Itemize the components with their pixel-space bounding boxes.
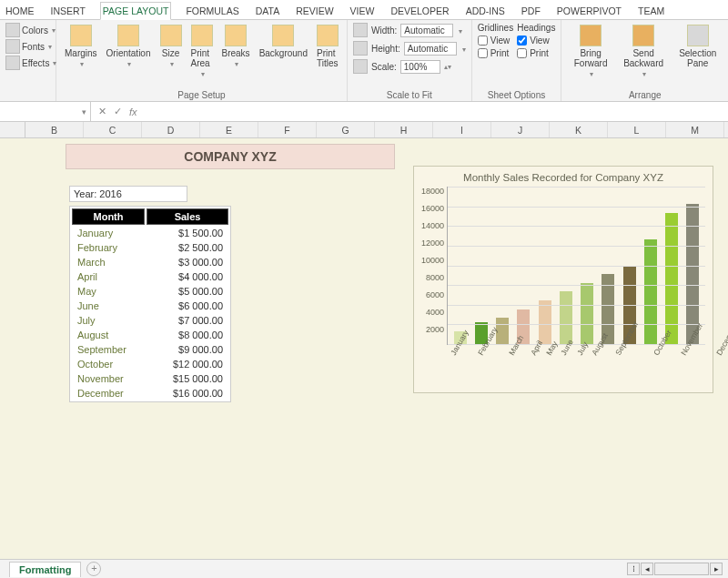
table-row[interactable]: December$16 000.00 <box>72 387 228 400</box>
table-row[interactable]: April$4 000.00 <box>72 270 228 283</box>
formula-bar: ▾ ✕ ✓ fx <box>0 102 728 122</box>
headings-view-check[interactable]: View <box>517 35 555 46</box>
year-cell[interactable]: Year: 2016 <box>69 186 187 202</box>
table-row[interactable]: July$7 000.00 <box>72 314 228 327</box>
tab-insert[interactable]: INSERT <box>49 3 87 19</box>
select-all-cell[interactable] <box>0 122 25 137</box>
fonts-button[interactable]: Fonts <box>5 39 56 54</box>
send-backward-icon <box>632 25 654 46</box>
group-scale: Width:Automatic Height:Automatic Scale:1… <box>348 20 472 101</box>
sales-chart[interactable]: Monthly Sales Recorded for Company XYZ 1… <box>413 166 713 393</box>
tab-pdf[interactable]: PDF <box>520 3 542 19</box>
height-dd[interactable] <box>460 44 466 54</box>
sales-table[interactable]: Month Sales January$1 500.00February$2 5… <box>69 206 231 402</box>
worksheet-area[interactable]: COMPANY XYZ Year: 2016 Month Sales Janua… <box>0 138 728 559</box>
hscroll[interactable]: ⁞◂▸ <box>627 563 723 575</box>
col-D[interactable]: D <box>142 122 200 137</box>
page-setup-label: Page Setup <box>62 88 341 100</box>
scale-icon <box>353 59 368 74</box>
scale-label: Scale: <box>371 62 397 72</box>
col-K[interactable]: K <box>550 122 608 137</box>
col-M[interactable]: M <box>666 122 724 137</box>
table-row[interactable]: August$8 000.00 <box>72 329 228 341</box>
col-E[interactable]: E <box>200 122 258 137</box>
orientation-button[interactable]: Orientation <box>104 23 154 70</box>
table-row[interactable]: September$9 000.00 <box>72 343 228 356</box>
tab-data[interactable]: DATA <box>254 3 281 19</box>
selection-pane-button[interactable]: Selection Pane <box>672 23 723 70</box>
tab-page-layout[interactable]: PAGE LAYOUT <box>100 2 172 20</box>
gridlines-print-check[interactable]: Print <box>478 48 513 58</box>
col-C[interactable]: C <box>84 122 142 137</box>
width-combo[interactable]: Automatic <box>400 24 453 37</box>
tab-developer[interactable]: DEVELOPER <box>389 3 450 19</box>
gridlines-header: Gridlines <box>478 23 513 33</box>
print-titles-icon <box>317 25 339 46</box>
print-titles-button[interactable]: Print Titles <box>314 23 341 70</box>
table-row[interactable]: October$12 000.00 <box>72 358 228 370</box>
group-arrange: Bring Forward Send Backward Selection Pa… <box>561 20 728 101</box>
col-J[interactable]: J <box>491 122 550 137</box>
col-H[interactable]: H <box>375 122 433 137</box>
margins-button[interactable]: Margins <box>62 23 100 70</box>
height-icon <box>353 41 368 56</box>
col-B[interactable]: B <box>25 122 84 137</box>
width-dd[interactable] <box>457 25 462 35</box>
chart-x-axis: JanuaryFebruaryMarchAprilMayJuneJulyAugu… <box>421 345 705 389</box>
group-sheet-options: Gridlines View Print Headings View Print… <box>472 20 562 101</box>
group-page-setup: Margins Orientation Size Print Area Brea… <box>56 20 348 101</box>
tab-formulas[interactable]: FORMULAS <box>184 3 240 19</box>
scale-spin[interactable]: ▴▾ <box>444 63 451 71</box>
gridlines-view-check[interactable]: View <box>478 35 513 46</box>
col-I[interactable]: I <box>433 122 491 137</box>
sheet-options-label: Sheet Options <box>478 88 556 100</box>
fx-icon[interactable]: fx <box>129 106 137 117</box>
orientation-icon <box>117 25 139 46</box>
col-L[interactable]: L <box>608 122 666 137</box>
tab-view[interactable]: VIEW <box>349 3 377 19</box>
table-row[interactable]: May$5 000.00 <box>72 285 228 298</box>
sheet-tab-formatting[interactable]: Formatting <box>9 562 81 577</box>
th-month[interactable]: Month <box>72 208 145 225</box>
width-icon <box>353 23 368 37</box>
height-combo[interactable]: Automatic <box>404 42 457 56</box>
table-row[interactable]: January$1 500.00 <box>72 227 228 239</box>
scale-group-label: Scale to Fit <box>353 88 466 100</box>
group-themes-label <box>5 98 50 100</box>
tab-powerpivot[interactable]: POWERPIVOT <box>555 3 623 19</box>
size-button[interactable]: Size <box>157 23 185 70</box>
new-sheet-button[interactable]: + <box>86 562 101 576</box>
print-area-button[interactable]: Print Area <box>188 23 216 80</box>
company-title-cell[interactable]: COMPANY XYZ <box>66 144 395 169</box>
th-sales[interactable]: Sales <box>147 208 228 225</box>
table-row[interactable]: June$6 000.00 <box>72 299 228 312</box>
col-F[interactable]: F <box>258 122 317 137</box>
send-backward-button[interactable]: Send Backward <box>618 23 670 80</box>
headings-print-check[interactable]: Print <box>517 48 555 58</box>
tab-home[interactable]: HOME <box>4 3 36 19</box>
bring-forward-button[interactable]: Bring Forward <box>567 23 613 80</box>
background-button[interactable]: Background <box>257 23 310 60</box>
table-row[interactable]: November$15 000.00 <box>72 372 228 385</box>
size-icon <box>160 25 182 46</box>
breaks-icon <box>225 25 247 46</box>
bring-forward-icon <box>580 25 602 46</box>
table-row[interactable]: March$3 000.00 <box>72 256 228 269</box>
col-G[interactable]: G <box>317 122 375 137</box>
chart-bar <box>539 300 551 344</box>
name-box[interactable]: ▾ <box>0 102 91 121</box>
enter-icon[interactable]: ✓ <box>114 106 122 117</box>
tab-review[interactable]: REVIEW <box>294 3 335 19</box>
width-label: Width: <box>371 25 397 35</box>
headings-header: Headings <box>517 23 555 33</box>
scale-combo[interactable]: 100% <box>400 60 440 74</box>
tab-team[interactable]: Team <box>636 3 666 19</box>
breaks-button[interactable]: Breaks <box>219 23 253 70</box>
cancel-icon[interactable]: ✕ <box>98 106 106 117</box>
tab-add-ins[interactable]: ADD-INS <box>464 3 507 19</box>
colors-button[interactable]: Colors <box>5 23 56 37</box>
background-icon <box>272 25 294 46</box>
table-row[interactable]: February$2 500.00 <box>72 241 228 254</box>
effects-button[interactable]: Effects <box>5 56 56 70</box>
print-area-icon <box>191 25 213 46</box>
